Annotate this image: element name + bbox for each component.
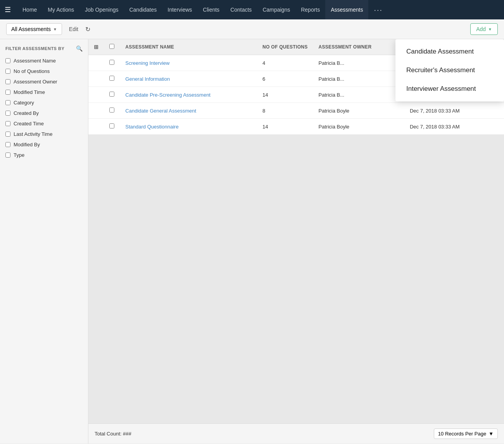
filter-item-8[interactable]: Modified By (0, 139, 88, 150)
nav-reports[interactable]: Reports (295, 0, 325, 19)
filter-item-label-5: Created By (14, 110, 39, 116)
assessment-link-3[interactable]: Candidate General Assessment (125, 108, 196, 114)
row-questions-2: 14 (257, 87, 313, 103)
row-layout-4 (88, 119, 104, 135)
view-dropdown-arrow-icon: ▼ (53, 27, 57, 31)
row-name-2: Candidate Pre-Screening Assessment (120, 87, 257, 103)
nav-candidates[interactable]: Candidates (124, 0, 162, 19)
filter-item-0[interactable]: Assessment Name (0, 56, 88, 66)
row-checkbox-cell-0 (104, 55, 120, 71)
filter-checkbox-8[interactable] (5, 142, 10, 147)
filter-checkbox-5[interactable] (5, 111, 10, 116)
row-owner-3: Patricia Boyle (313, 103, 404, 119)
header-assessment-owner: Assessment Owner (313, 39, 404, 55)
row-layout-3 (88, 103, 104, 119)
nav-home[interactable]: Home (17, 0, 42, 19)
filter-item-label-1: No of Questions (14, 68, 50, 74)
select-all-checkbox[interactable] (109, 44, 114, 49)
add-dropdown-menu: Candidate AssessmentRecruiter's Assessme… (395, 39, 504, 101)
assessment-link-4[interactable]: Standard Questionnaire (125, 124, 178, 130)
assessment-link-0[interactable]: Screening Interview (125, 60, 169, 66)
per-page-label: 10 Records Per Page (438, 431, 486, 437)
filter-item-label-7: Last Activity Time (14, 131, 52, 137)
row-owner-2: Patricia B... (313, 87, 404, 103)
per-page-dropdown[interactable]: 10 Records Per Page ▼ (434, 428, 498, 439)
row-owner-0: Patricia B... (313, 55, 404, 71)
nav-interviews[interactable]: Interviews (162, 0, 197, 19)
dropdown-menu-item-2[interactable]: Interviewer Assessment (395, 80, 504, 98)
add-button-label: Add (476, 26, 486, 32)
filter-search-icon[interactable]: 🔍 (76, 45, 83, 52)
layout-icon[interactable]: ⊞ (94, 44, 98, 50)
filter-checkbox-2[interactable] (5, 79, 10, 84)
filter-item-5[interactable]: Created By (0, 108, 88, 118)
row-checkbox-cell-4 (104, 119, 120, 135)
row-checkbox-cell-3 (104, 103, 120, 119)
row-questions-1: 6 (257, 71, 313, 87)
filter-checkbox-6[interactable] (5, 121, 10, 126)
filter-item-7[interactable]: Last Activity Time (0, 129, 88, 139)
row-checkbox-cell-2 (104, 87, 120, 103)
nav-clients[interactable]: Clients (197, 0, 225, 19)
filter-item-1[interactable]: No of Questions (0, 66, 88, 76)
row-owner-1: Patricia B... (313, 71, 404, 87)
filter-checkbox-3[interactable] (5, 90, 10, 95)
content-area: ⊞ Assessment Name No of Questions Assess… (88, 39, 504, 444)
sidebar: FILTER ASSESSMENTS BY 🔍 Assessment Name … (0, 39, 88, 444)
row-time-3: Dec 7, 2018 03:33 AM (404, 103, 504, 119)
filter-label: FILTER ASSESSMENTS BY (5, 46, 64, 51)
filter-item-4[interactable]: Category (0, 97, 88, 108)
filter-item-label-9: Type (14, 152, 24, 158)
add-button[interactable]: Add ▼ (470, 23, 498, 35)
header-select-all (104, 39, 120, 55)
filter-item-3[interactable]: Modified Time (0, 87, 88, 97)
table-footer: Total Count: ### 10 Records Per Page ▼ (88, 423, 504, 444)
toolbar: All Assessments ▼ Edit ↻ Add ▼ (0, 19, 504, 39)
assessment-link-1[interactable]: General Information (125, 76, 170, 82)
nav-contacts[interactable]: Contacts (225, 0, 257, 19)
row-checkbox-0[interactable] (109, 60, 114, 65)
filter-checkbox-4[interactable] (5, 100, 10, 105)
dropdown-menu-item-0[interactable]: Candidate Assessment (395, 42, 504, 61)
filter-header: FILTER ASSESSMENTS BY 🔍 (0, 44, 88, 56)
view-dropdown-button[interactable]: All Assessments ▼ (6, 23, 62, 35)
nav-my-actions[interactable]: My Actions (42, 0, 79, 19)
nav-campaigns[interactable]: Campaigns (257, 0, 295, 19)
main-layout: FILTER ASSESSMENTS BY 🔍 Assessment Name … (0, 39, 504, 444)
row-name-0: Screening Interview (120, 55, 257, 71)
assessment-link-2[interactable]: Candidate Pre-Screening Assessment (125, 92, 211, 98)
filter-item-label-3: Modified Time (14, 89, 45, 95)
table-row: Standard Questionnaire 14 Patricia Boyle… (88, 119, 504, 135)
row-checkbox-3[interactable] (109, 108, 114, 113)
row-time-4: Dec 7, 2018 03:33 AM (404, 119, 504, 135)
row-questions-0: 4 (257, 55, 313, 71)
row-owner-4: Patricia Boyle (313, 119, 404, 135)
row-checkbox-1[interactable] (109, 76, 114, 81)
filter-checkbox-9[interactable] (5, 153, 10, 158)
row-name-1: General Information (120, 71, 257, 87)
refresh-icon[interactable]: ↻ (85, 26, 90, 33)
filter-checkbox-1[interactable] (5, 69, 10, 74)
edit-button[interactable]: Edit (66, 24, 81, 34)
filter-item-label-2: Assessment Owner (14, 79, 57, 85)
filter-item-6[interactable]: Created Time (0, 118, 88, 129)
header-no-of-questions: No of Questions (257, 39, 313, 55)
per-page-arrow-icon: ▼ (488, 431, 494, 437)
nav-job-openings[interactable]: Job Openings (79, 0, 124, 19)
dropdown-menu-item-1[interactable]: Recruiter's Assessment (395, 61, 504, 80)
nav-assessments[interactable]: Assessments (325, 0, 368, 19)
filter-item-2[interactable]: Assessment Owner (0, 76, 88, 87)
row-layout-1 (88, 71, 104, 87)
hamburger-icon[interactable]: ☰ (5, 5, 11, 14)
view-dropdown-label: All Assessments (11, 26, 51, 32)
filter-checkbox-0[interactable] (5, 58, 10, 63)
row-questions-3: 8 (257, 103, 313, 119)
filter-item-9[interactable]: Type (0, 150, 88, 160)
filter-checkbox-7[interactable] (5, 132, 10, 137)
main-nav: ☰ Home My Actions Job Openings Candidate… (0, 0, 504, 19)
row-checkbox-4[interactable] (109, 123, 114, 128)
filter-item-label-4: Category (14, 100, 34, 106)
nav-more[interactable]: ··· (368, 0, 388, 19)
row-checkbox-2[interactable] (109, 92, 114, 97)
row-layout-2 (88, 87, 104, 103)
